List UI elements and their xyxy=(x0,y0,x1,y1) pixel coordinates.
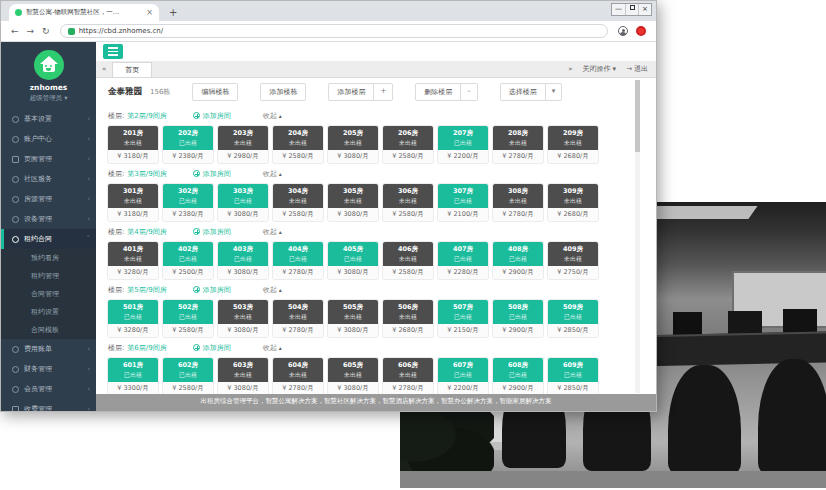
room-card[interactable]: 205房未出租¥ 3080/月 xyxy=(328,126,378,163)
room-card[interactable]: 309房未出租¥ 2680/月 xyxy=(548,184,598,221)
room-card[interactable]: 507房已出租¥ 2150/月 xyxy=(438,300,488,337)
reload-icon[interactable]: ↻ xyxy=(42,26,50,36)
sidebar-subitem[interactable]: 租约设置 xyxy=(1,303,96,321)
sidebar-item-account-center[interactable]: 账户中心‹ xyxy=(1,129,96,149)
collapse-button[interactable]: 收起▴ xyxy=(263,285,282,295)
scrollbar-thumb[interactable] xyxy=(635,80,640,152)
room-card[interactable]: 302房已出租¥ 2380/月 xyxy=(163,184,213,221)
sidebar-item-charge-manage[interactable]: 收费管理‹ xyxy=(1,399,96,411)
select-floor-dropdown[interactable]: 选择楼层 ▾ xyxy=(500,83,563,101)
sidebar-subitem[interactable]: 合同模板 xyxy=(1,321,96,339)
add-room-button[interactable]: 添加房间 xyxy=(193,169,231,179)
new-tab-button[interactable]: + xyxy=(169,4,177,21)
room-card[interactable]: 404房已出租¥ 2780/月 xyxy=(273,242,323,279)
room-card[interactable]: 204房未出租¥ 2580/月 xyxy=(273,126,323,163)
room-card[interactable]: 509房已出租¥ 2850/月 xyxy=(548,300,598,337)
sidebar-subitem[interactable]: 租约管理 xyxy=(1,267,96,285)
add-room-button[interactable]: 添加房间 xyxy=(193,343,231,353)
room-card[interactable]: 406房未出租¥ 2580/月 xyxy=(383,242,433,279)
browser-tab[interactable]: 智慧公寓-物联网智慧社区，一… × xyxy=(9,4,159,21)
room-card[interactable]: 407房已出租¥ 2280/月 xyxy=(438,242,488,279)
room-card[interactable]: 202房已出租¥ 2380/月 xyxy=(163,126,213,163)
room-card[interactable]: 305房未出租¥ 3080/月 xyxy=(328,184,378,221)
room-card[interactable]: 607房已出租¥ 2200/月 xyxy=(438,358,488,395)
room-card[interactable]: 206房未出租¥ 2580/月 xyxy=(383,126,433,163)
url-input[interactable]: https://cbd.znhomes.cn/ xyxy=(60,24,608,38)
minus-icon[interactable]: – xyxy=(460,84,477,100)
sidebar-item-member-manage[interactable]: 会员管理‹ xyxy=(1,379,96,399)
tab-home[interactable]: 首页 xyxy=(112,62,152,77)
room-card[interactable]: 502房已出租¥ 2580/月 xyxy=(163,300,213,337)
add-floor-button[interactable]: 添加楼层 + xyxy=(328,83,393,101)
room-card[interactable]: 303房已出租¥ 3080/月 xyxy=(218,184,268,221)
user-role[interactable]: 超级管理员 ▾ xyxy=(1,94,96,103)
room-card[interactable]: 506房未出租¥ 2680/月 xyxy=(383,300,433,337)
floor-link[interactable]: 第2层/9间房 xyxy=(127,111,166,121)
add-room-button[interactable]: 添加房间 xyxy=(193,227,231,237)
collapse-button[interactable]: 收起▴ xyxy=(263,227,282,237)
room-card[interactable]: 605房未出租¥ 3080/月 xyxy=(328,358,378,395)
room-card[interactable]: 207房已出租¥ 2200/月 xyxy=(438,126,488,163)
room-card[interactable]: 604房未出租¥ 2780/月 xyxy=(273,358,323,395)
add-building-button[interactable]: 添加楼栋 xyxy=(260,83,306,101)
room-card[interactable]: 602房已出租¥ 2580/月 xyxy=(163,358,213,395)
plus-icon[interactable]: + xyxy=(373,84,392,100)
room-card[interactable]: 606房未出租¥ 2780/月 xyxy=(383,358,433,395)
room-card[interactable]: 501房已出租¥ 3280/月 xyxy=(108,300,158,337)
sidebar-item-device-manage[interactable]: 设备管理‹ xyxy=(1,209,96,229)
sidebar-item-page-manage[interactable]: 页面管理‹ xyxy=(1,149,96,169)
scrollbar[interactable] xyxy=(635,80,640,393)
collapse-button[interactable]: 收起▴ xyxy=(263,169,282,179)
room-card[interactable]: 301房未出租¥ 3180/月 xyxy=(108,184,158,221)
room-card[interactable]: 503房未出租¥ 3080/月 xyxy=(218,300,268,337)
minimize-icon[interactable]: — xyxy=(612,4,625,15)
sidebar-subitem[interactable]: 预约看房 xyxy=(1,249,96,267)
room-card[interactable]: 401房未出租¥ 3280/月 xyxy=(108,242,158,279)
sidebar-item-community-svc[interactable]: 社区服务‹ xyxy=(1,169,96,189)
caret-down-icon[interactable]: ▾ xyxy=(545,84,562,100)
exit-button[interactable]: → 退出 xyxy=(626,61,648,77)
room-card[interactable]: 306房未出租¥ 2580/月 xyxy=(383,184,433,221)
sidebar-item-basic-settings[interactable]: 基本设置‹ xyxy=(1,109,96,129)
room-card[interactable]: 307房已出租¥ 2100/月 xyxy=(438,184,488,221)
red-dot-icon[interactable] xyxy=(636,26,646,36)
room-card[interactable]: 603房未出租¥ 3080/月 xyxy=(218,358,268,395)
sidebar-item-bills[interactable]: 费用账单‹ xyxy=(1,339,96,359)
edit-building-button[interactable]: 编辑楼栋 xyxy=(192,83,238,101)
room-card[interactable]: 601房已出租¥ 3300/月 xyxy=(108,358,158,395)
back-icon[interactable]: ← xyxy=(11,26,19,36)
room-card[interactable]: 203房未出租¥ 2980/月 xyxy=(218,126,268,163)
room-card[interactable]: 308房未出租¥ 2780/月 xyxy=(493,184,543,221)
sidebar-subitem[interactable]: 合同管理 xyxy=(1,285,96,303)
room-card[interactable]: 409房未出租¥ 2750/月 xyxy=(548,242,598,279)
close-icon[interactable]: × xyxy=(638,4,651,15)
floor-link[interactable]: 第5层/9间房 xyxy=(127,285,166,295)
tab-close-icon[interactable]: × xyxy=(146,8,153,17)
floor-link[interactable]: 第3层/9间房 xyxy=(127,169,166,179)
room-card[interactable]: 504房未出租¥ 2780/月 xyxy=(273,300,323,337)
floor-link[interactable]: 第6层/9间房 xyxy=(127,343,166,353)
maximize-icon[interactable] xyxy=(625,4,638,15)
room-card[interactable]: 508房已出租¥ 2900/月 xyxy=(493,300,543,337)
room-card[interactable]: 609房已出租¥ 2850/月 xyxy=(548,358,598,395)
scroll-tabs-right-icon[interactable]: » xyxy=(568,61,572,77)
room-card[interactable]: 209房未出租¥ 2680/月 xyxy=(548,126,598,163)
room-card[interactable]: 304房未出租¥ 2580/月 xyxy=(273,184,323,221)
room-card[interactable]: 201房未出租¥ 3180/月 xyxy=(108,126,158,163)
forward-icon[interactable]: → xyxy=(27,26,35,36)
room-card[interactable]: 408房已出租¥ 2900/月 xyxy=(493,242,543,279)
room-card[interactable]: 608房已出租¥ 2900/月 xyxy=(493,358,543,395)
delete-floor-button[interactable]: 删除楼层 – xyxy=(415,83,478,101)
sidebar-item-finance-manage[interactable]: 财务管理‹ xyxy=(1,359,96,379)
collapse-button[interactable]: 收起▴ xyxy=(263,111,282,121)
sidebar-item-property-manage[interactable]: 房源管理‹ xyxy=(1,189,96,209)
room-card[interactable]: 208房未出租¥ 2780/月 xyxy=(493,126,543,163)
close-operations-dropdown[interactable]: 关闭操作 ▾ xyxy=(583,61,617,77)
hamburger-menu-button[interactable] xyxy=(103,44,123,59)
add-room-button[interactable]: 添加房间 xyxy=(193,111,231,121)
room-card[interactable]: 403房已出租¥ 3080/月 xyxy=(218,242,268,279)
add-room-button[interactable]: 添加房间 xyxy=(193,285,231,295)
floor-link[interactable]: 第4层/9间房 xyxy=(127,227,166,237)
room-card[interactable]: 402房已出租¥ 2500/月 xyxy=(163,242,213,279)
collapse-button[interactable]: 收起▴ xyxy=(263,343,282,353)
